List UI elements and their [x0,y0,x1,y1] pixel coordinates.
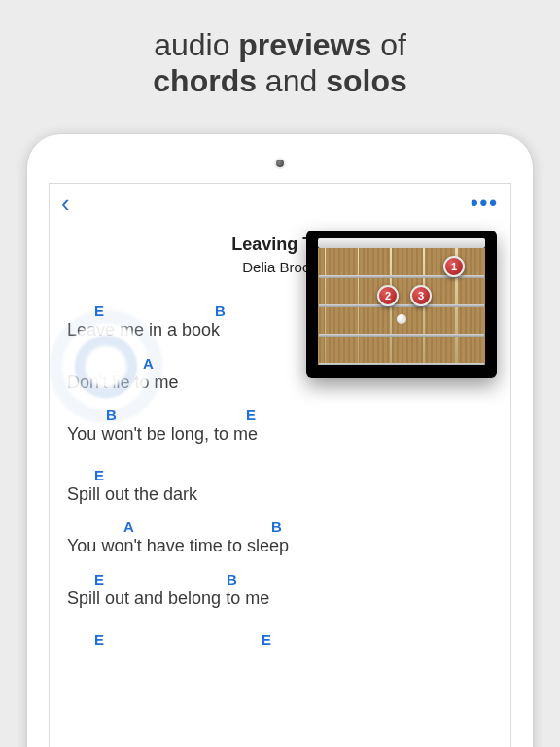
chord-e[interactable]: E [94,467,104,483]
lyric-text: You won't be long, to me [67,424,493,445]
lyric-text: Spill out the dark [67,484,493,506]
finger-marker: 1 [443,256,465,277]
stanza: EE [67,631,493,649]
finger-marker: 2 [377,285,399,306]
chord-e[interactable]: E [246,407,256,423]
chord-a[interactable]: A [123,518,134,535]
app-screen: ‹ ••• Leaving Tin Delia Brook EBLeave me… [49,183,511,747]
chord-b[interactable]: B [215,302,226,319]
tablet-camera [276,160,284,167]
fretboard-inlay [397,314,406,324]
chord-preview-card[interactable]: 1234123 [306,231,497,378]
fret-wire [319,304,484,307]
lyric-line: EE [67,631,493,649]
stanza: ESpill out the darkABYou won't have time… [67,467,493,610]
navbar: ‹ ••• [50,184,510,223]
chord-b[interactable]: B [227,571,237,587]
chord-b[interactable]: B [271,518,282,535]
fret-wire [319,334,484,337]
chord-b[interactable]: B [106,407,117,423]
fretboard-nut [318,238,485,248]
lyric-text: You won't have time to sleep [67,536,493,557]
chord-row: AB [67,518,493,536]
lyric-line: BEYou won't be long, to me [67,407,493,445]
chord-e[interactable]: E [94,302,104,319]
chord-e[interactable]: E [94,631,104,648]
back-button[interactable]: ‹ [61,191,70,216]
lyric-text: Spill out and belong to me [67,588,493,610]
promo-line2-strong1: chords [153,63,257,98]
fretboard: 1234123 [318,248,485,365]
promo-line2-strong2: solos [326,63,407,98]
chord-e[interactable]: E [262,631,271,648]
chord-row: EB [67,571,493,588]
chord-row: EE [67,631,493,649]
promo-line1-pre: audio [154,27,238,62]
finger-marker: 3 [410,285,432,306]
chord-row: E [67,467,493,484]
promo-heading: audio previews of chords and solos [0,0,560,99]
more-button[interactable]: ••• [471,193,499,214]
chord-row: BE [67,407,493,424]
chord-a[interactable]: A [143,355,154,372]
fret-wire [319,363,484,365]
tablet-frame: ‹ ••• Leaving Tin Delia Brook EBLeave me… [27,134,533,747]
lyric-line: ESpill out the dark [67,467,493,506]
promo-line1-post: of [371,27,406,62]
promo-line2-mid: and [257,63,326,98]
chord-e[interactable]: E [94,571,104,587]
promo-line1-strong: previews [238,27,371,62]
lyric-line: ABYou won't have time to sleep [67,518,493,557]
lyric-line: EBSpill out and belong to me [67,571,493,610]
